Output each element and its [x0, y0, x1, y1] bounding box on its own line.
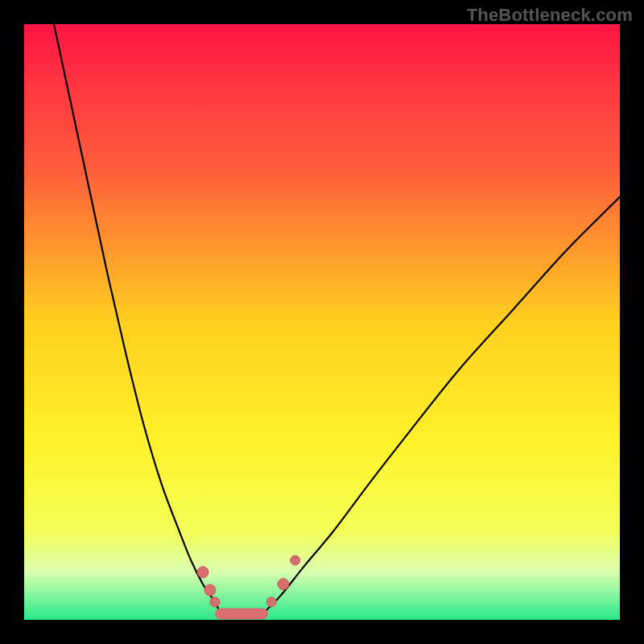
curve-marker [210, 597, 220, 607]
gradient-background [24, 24, 620, 620]
watermark-text: TheBottleneck.com [467, 5, 633, 26]
curve-marker [204, 584, 216, 596]
bottleneck-plot [24, 24, 620, 620]
curve-marker [278, 579, 289, 590]
curve-marker [266, 597, 276, 607]
curve-marker [197, 567, 208, 578]
curve-marker [291, 555, 300, 565]
chart-frame: TheBottleneck.com [0, 0, 644, 644]
